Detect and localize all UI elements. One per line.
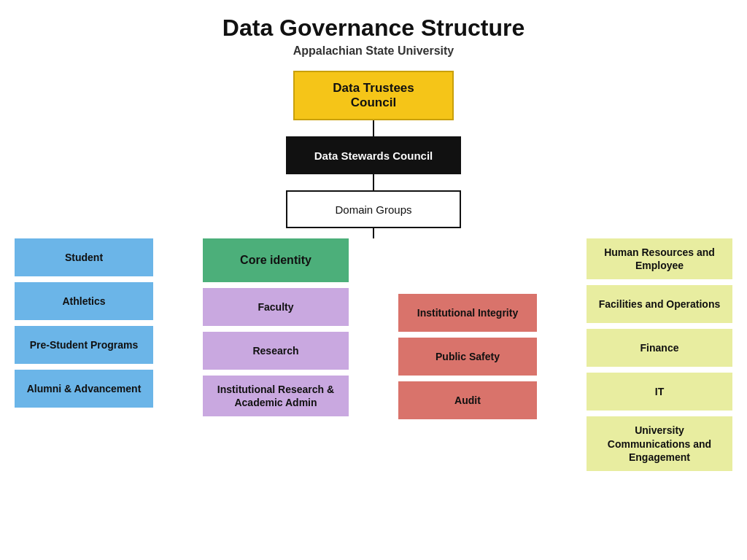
trustees-node: Data Trustees Council xyxy=(293,71,454,120)
center-column: Core identity Faculty Research Instituti… xyxy=(203,238,349,416)
domain-node: Domain Groups xyxy=(286,190,461,228)
list-item: Facilities and Operations xyxy=(587,285,732,323)
list-item: Institutional Research & Academic Admin xyxy=(203,376,349,416)
connector-trustees-stewards xyxy=(373,120,374,136)
list-item: Audit xyxy=(398,381,537,419)
list-item: IT xyxy=(587,373,732,411)
chart-area: Data Trustees Council Data Stewards Coun… xyxy=(7,71,740,471)
list-item: Pre-Student Programs xyxy=(15,326,153,364)
stewards-label: Data Stewards Council xyxy=(314,149,433,162)
spacer xyxy=(398,238,537,288)
rightmost-column: Human Resources and Employee Facilities … xyxy=(587,238,732,471)
left-column: Student Athletics Pre-Student Programs A… xyxy=(15,238,153,408)
list-item: Finance xyxy=(587,329,732,367)
lower-section: Student Athletics Pre-Student Programs A… xyxy=(7,238,740,471)
list-item: University Communications and Engagement xyxy=(587,416,732,471)
connector-stewards-domain xyxy=(373,174,374,190)
stewards-node: Data Stewards Council xyxy=(286,136,461,174)
trustees-label: Data Trustees Council xyxy=(333,81,414,110)
connector-domain-lower xyxy=(7,228,740,238)
list-item: Faculty xyxy=(203,288,349,326)
list-item: Institutional Integrity xyxy=(398,294,537,332)
list-item: Student xyxy=(15,238,153,276)
list-item: Public Safety xyxy=(398,338,537,376)
subtitle: Appalachian State University xyxy=(293,44,454,58)
list-item: Alumni & Advancement xyxy=(15,370,153,408)
list-item: Athletics xyxy=(15,282,153,320)
main-title: Data Governance Structure xyxy=(222,15,525,42)
domain-label: Domain Groups xyxy=(335,203,411,216)
list-item: Core identity xyxy=(203,238,349,282)
list-item: Research xyxy=(203,332,349,370)
right-mid-column: Institutional Integrity Public Safety Au… xyxy=(398,238,537,419)
list-item: Human Resources and Employee xyxy=(587,238,732,279)
